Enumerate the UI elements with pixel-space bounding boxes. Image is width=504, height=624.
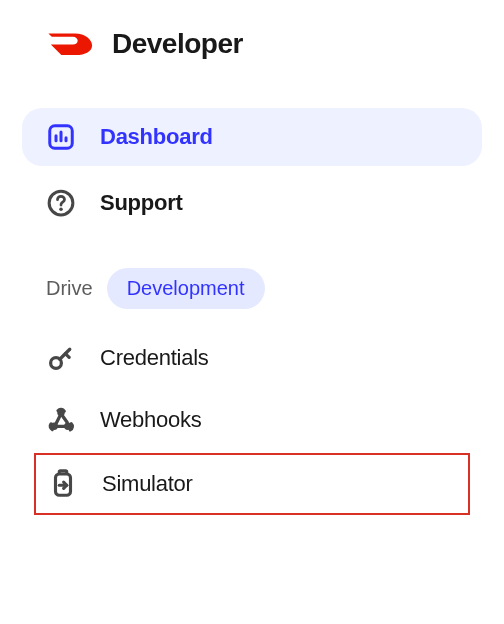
simulator-icon [48, 469, 78, 499]
webhook-icon [46, 405, 76, 435]
primary-nav: Dashboard Support [22, 108, 482, 232]
svg-point-5 [59, 208, 63, 212]
environment-pill[interactable]: Development [107, 268, 265, 309]
brand-logo-icon [46, 30, 94, 58]
sidebar-item-label: Webhooks [100, 407, 202, 433]
nav-item-dashboard[interactable]: Dashboard [22, 108, 482, 166]
key-icon [46, 343, 76, 373]
sidebar-item-label: Credentials [100, 345, 209, 371]
nav-label: Dashboard [100, 124, 213, 150]
sidebar-item-webhooks[interactable]: Webhooks [22, 389, 482, 451]
header-title: Developer [112, 28, 243, 60]
sidebar-item-credentials[interactable]: Credentials [22, 327, 482, 389]
section-label: Drive [46, 277, 93, 300]
header: Developer [46, 28, 482, 60]
dashboard-icon [46, 122, 76, 152]
section-header: Drive Development [46, 268, 482, 309]
support-icon [46, 188, 76, 218]
nav-label: Support [100, 190, 183, 216]
nav-item-support[interactable]: Support [22, 174, 482, 232]
sidebar-item-simulator[interactable]: Simulator [34, 453, 470, 515]
sidebar-item-label: Simulator [102, 471, 193, 497]
